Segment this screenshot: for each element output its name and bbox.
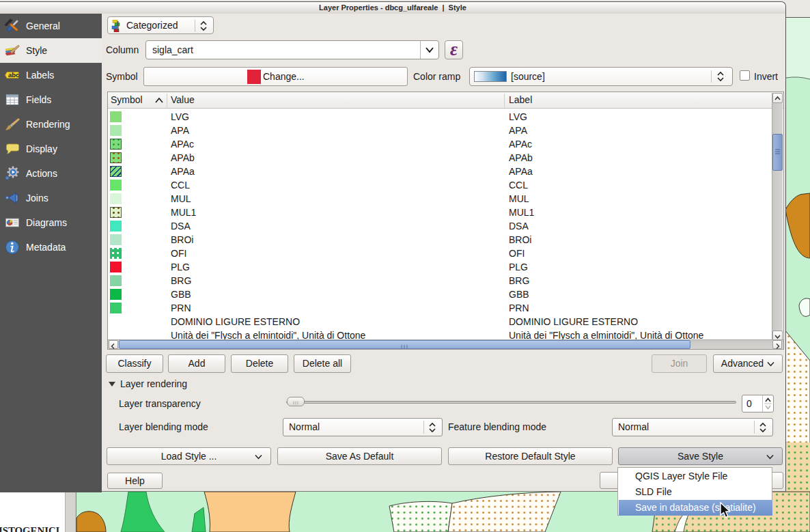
- svg-text:ISTOGENICI: ISTOGENICI: [0, 525, 60, 532]
- svg-text:abc: abc: [8, 71, 19, 79]
